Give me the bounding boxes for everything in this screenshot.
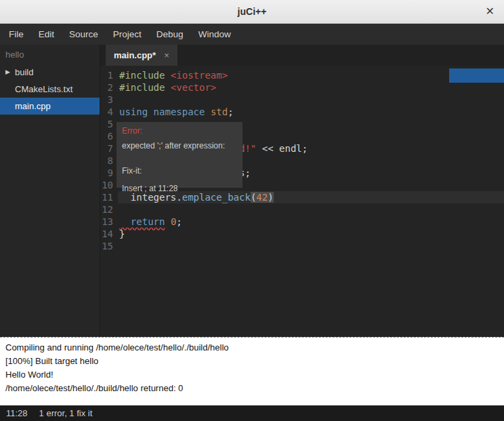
- code-area[interactable]: #include <iostream>#include <vector>usin…: [118, 69, 504, 337]
- line-number-gutter: 123456789101112131415: [100, 69, 118, 337]
- tree-item-main-cpp[interactable]: main.cpp: [0, 98, 100, 115]
- code-line[interactable]: using namespace std;: [118, 106, 504, 118]
- code-token: [148, 106, 153, 117]
- code-line[interactable]: [118, 203, 504, 216]
- tooltip-error-label: Error:: [122, 125, 237, 137]
- line-number: 13: [100, 216, 113, 228]
- menubar: File Edit Source Project Debug Window: [0, 24, 504, 45]
- code-token: [205, 106, 210, 117]
- diagnostic-summary: 1 error, 1 fix it: [39, 408, 93, 418]
- line-number: 4: [100, 106, 113, 118]
- diagnostic-tooltip: Error: expected ';' after expression: Fi…: [117, 122, 243, 188]
- line-number: 5: [100, 118, 113, 130]
- code-line[interactable]: [118, 94, 504, 106]
- line-number: 1: [100, 69, 113, 81]
- output-panel: Compiling and running /home/olece/test/h…: [0, 337, 504, 405]
- tab-main-cpp[interactable]: main.cpp* ×: [106, 45, 177, 66]
- line-number: 14: [100, 228, 113, 240]
- code-token: using: [119, 106, 148, 117]
- code-token: }: [119, 228, 125, 239]
- status-bar: 11:28 1 error, 1 fix it: [0, 405, 504, 421]
- code-token: namespace: [154, 106, 205, 117]
- code-line[interactable]: #include <vector>: [118, 81, 504, 94]
- tree-item-cmakelists[interactable]: CMakeLists.txt: [0, 81, 100, 98]
- output-line: [100%] Built target hello: [5, 355, 499, 368]
- line-number: 8: [100, 155, 113, 167]
- line-number: 12: [100, 203, 113, 216]
- code-token: std: [211, 106, 228, 117]
- output-line: Compiling and running /home/olece/test/h…: [5, 341, 499, 355]
- app-window: juCi++ ✕ File Edit Source Project Debug …: [0, 0, 504, 421]
- menu-file[interactable]: File: [1, 24, 31, 45]
- code-token: #include: [119, 70, 171, 81]
- tree-item-label: CMakeLists.txt: [15, 84, 72, 94]
- code-token: 42: [256, 192, 268, 203]
- window-close-icon[interactable]: ✕: [486, 5, 495, 18]
- code-line[interactable]: [118, 240, 504, 252]
- tab-label: main.cpp*: [114, 50, 156, 60]
- output-line: Hello World!: [5, 368, 499, 382]
- tree-item-build[interactable]: ▶ build: [0, 64, 100, 81]
- code-token: [165, 216, 170, 227]
- line-number: 2: [100, 81, 113, 94]
- window-title: juCi++: [238, 6, 267, 17]
- output-line: /home/olece/test/hello/./build/hello ret…: [5, 382, 499, 395]
- code-editor[interactable]: 123456789101112131415 #include <iostream…: [100, 66, 504, 337]
- line-number: 15: [100, 240, 113, 252]
- tooltip-fixit-label: Fix-it:: [122, 165, 237, 177]
- file-tree-panel: hello ▶ build CMakeLists.txt main.cpp: [0, 45, 100, 337]
- code-token: << endl;: [256, 143, 308, 154]
- code-line[interactable]: return 0;: [118, 216, 504, 228]
- tooltip-error-text: expected ';' after expression:: [122, 140, 237, 152]
- code-line[interactable]: #include <iostream>: [118, 69, 504, 81]
- code-line[interactable]: }: [118, 228, 504, 240]
- code-token: ): [268, 192, 273, 203]
- line-number: 7: [100, 142, 113, 155]
- expander-icon[interactable]: ▶: [5, 68, 10, 75]
- titlebar: juCi++ ✕: [0, 0, 504, 24]
- scroll-map-viewport[interactable]: [449, 68, 504, 83]
- line-number: 6: [100, 130, 113, 142]
- tab-close-icon[interactable]: ×: [164, 50, 169, 60]
- menu-project[interactable]: Project: [106, 24, 149, 45]
- line-number: 9: [100, 167, 113, 179]
- menu-debug[interactable]: Debug: [149, 24, 191, 45]
- code-token: ;: [228, 106, 233, 117]
- cursor-position: 11:28: [6, 408, 28, 418]
- editor-pane: main.cpp* × 123456789101112131415 #inclu…: [100, 45, 504, 337]
- project-name: hello: [0, 45, 100, 64]
- line-number: 10: [100, 179, 113, 191]
- menu-window[interactable]: Window: [191, 24, 238, 45]
- code-token: <vector>: [171, 82, 216, 93]
- line-number: 11: [100, 191, 113, 203]
- menu-edit[interactable]: Edit: [31, 24, 62, 45]
- code-token: <iostream>: [171, 70, 228, 81]
- code-token: #include: [119, 82, 171, 93]
- tooltip-fixit-text: Insert ; at 11:28: [122, 182, 237, 195]
- tab-bar: main.cpp* ×: [100, 45, 504, 66]
- menu-source[interactable]: Source: [62, 24, 106, 45]
- line-number: 3: [100, 94, 113, 106]
- code-token: return: [119, 216, 165, 227]
- content-area: hello ▶ build CMakeLists.txt main.cpp ma…: [0, 45, 504, 337]
- code-token: ;: [176, 216, 182, 227]
- tree-item-label: main.cpp: [15, 101, 51, 111]
- tree-item-label: build: [15, 67, 33, 77]
